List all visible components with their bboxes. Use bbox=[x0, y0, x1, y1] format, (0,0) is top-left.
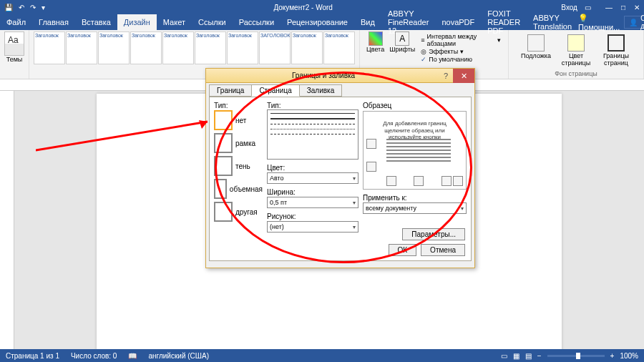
menu-references[interactable]: Ссылки bbox=[192, 14, 233, 30]
dialog-close-button[interactable]: ✕ bbox=[453, 69, 474, 83]
tab-border[interactable]: Граница bbox=[209, 84, 252, 97]
color-combo[interactable]: Авто bbox=[267, 172, 358, 184]
maximize-icon[interactable]: □ bbox=[621, 4, 625, 11]
preview-bottom-btn[interactable] bbox=[366, 162, 376, 172]
page-bg-group-label: Фон страницы bbox=[513, 70, 639, 77]
dialog-titlebar[interactable]: Границы и заливка ? ✕ bbox=[206, 69, 474, 83]
menu-abbyy-tr[interactable]: ABBYY Translation bbox=[527, 14, 578, 30]
preview-extra2-btn[interactable] bbox=[453, 176, 463, 186]
effects-button[interactable]: ◎Эффекты ▾ bbox=[421, 48, 501, 55]
statusbar: Страница 1 из 1 Число слов: 0 📖 английск… bbox=[0, 349, 644, 362]
share-button[interactable]: 👤 Общий доступ bbox=[624, 16, 644, 29]
preview-left-btn[interactable] bbox=[386, 176, 396, 186]
menu-novapdf[interactable]: novaPDF bbox=[435, 14, 481, 30]
border-type-none[interactable]: нет bbox=[214, 109, 263, 131]
effects-icon: ◎ bbox=[421, 48, 426, 55]
art-label: Рисунок: bbox=[267, 212, 358, 220]
colors-icon bbox=[369, 31, 383, 46]
border-type-3d[interactable]: объемная bbox=[214, 178, 263, 200]
check-icon: ✓ bbox=[421, 56, 426, 63]
fonts-icon: A bbox=[395, 31, 409, 46]
style-label: Тип: bbox=[267, 102, 358, 109]
menu-file[interactable]: Файл bbox=[0, 14, 32, 30]
zoom-value[interactable]: 100% bbox=[620, 352, 638, 360]
page-color-icon bbox=[567, 34, 585, 52]
preview-hint: Для добавления границ щелкните образец и… bbox=[372, 120, 457, 141]
border-type-shadow[interactable]: тень bbox=[214, 155, 263, 177]
menu-view[interactable]: Вид bbox=[354, 14, 381, 30]
preview-box[interactable]: Для добавления границ щелкните образец и… bbox=[363, 111, 467, 190]
dialog-help-button[interactable]: ? bbox=[439, 69, 453, 83]
art-combo[interactable]: (нет) bbox=[267, 221, 358, 233]
page-color-button[interactable]: Цвет страницы bbox=[559, 34, 593, 67]
tab-shading[interactable]: Заливка bbox=[299, 84, 343, 97]
redo-icon[interactable]: ↷ bbox=[30, 4, 36, 11]
save-icon[interactable]: 💾 bbox=[4, 4, 13, 11]
menu-abbyy-fr[interactable]: ABBYY FineReader 12 bbox=[381, 14, 435, 30]
menu-design[interactable]: Дизайн bbox=[117, 14, 157, 30]
apply-label: Применить к: bbox=[363, 194, 467, 202]
ok-button[interactable]: ОК bbox=[389, 244, 417, 256]
view-web-icon[interactable]: ▤ bbox=[525, 352, 532, 360]
apply-combo[interactable]: всему документу bbox=[363, 202, 467, 214]
paragraph-spacing-button[interactable]: ≡Интервал между абзацами ▾ bbox=[421, 33, 501, 47]
preview-right-btn[interactable] bbox=[414, 176, 424, 186]
titlebar: 💾 ↶ ↷ ▾ Документ2 - Word Вход ▭ — □ ✕ bbox=[0, 0, 644, 14]
menu-review[interactable]: Рецензирование bbox=[280, 14, 354, 30]
set-default-button[interactable]: ✓По умолчанию bbox=[421, 56, 501, 63]
menu-insert[interactable]: Вставка bbox=[75, 14, 117, 30]
fonts-button[interactable]: A Шрифты bbox=[389, 31, 415, 64]
undo-icon[interactable]: ↶ bbox=[19, 4, 24, 11]
style-gallery[interactable]: Заголовок Заголовок Заголовок Заголовок … bbox=[34, 31, 355, 66]
close-icon[interactable]: ✕ bbox=[634, 4, 640, 11]
view-read-icon[interactable]: ▭ bbox=[501, 352, 507, 360]
color-label: Цвет: bbox=[267, 164, 358, 172]
line-style-list[interactable] bbox=[267, 109, 358, 160]
page-borders-button[interactable]: Границы страниц bbox=[599, 34, 633, 67]
colors-button[interactable]: Цвета bbox=[364, 31, 386, 64]
vertical-ruler[interactable] bbox=[0, 91, 14, 349]
page-borders-icon bbox=[608, 34, 625, 52]
cancel-button[interactable]: Отмена bbox=[421, 244, 465, 256]
tab-page[interactable]: Страница bbox=[251, 84, 299, 97]
help-link[interactable]: 💡 Помощни... bbox=[578, 14, 620, 31]
preview-extra1-btn[interactable] bbox=[441, 176, 452, 186]
watermark-icon bbox=[527, 34, 545, 52]
dialog-title-text: Границы и заливка bbox=[292, 72, 355, 79]
menu-mailings[interactable]: Рассылки bbox=[233, 14, 280, 30]
view-print-icon[interactable]: ▦ bbox=[513, 352, 519, 360]
preview-top-btn[interactable] bbox=[366, 139, 376, 149]
minimize-icon[interactable]: — bbox=[605, 4, 613, 11]
zoom-in-icon[interactable]: + bbox=[610, 352, 615, 360]
login-link[interactable]: Вход bbox=[561, 4, 577, 11]
menubar: Файл Главная Вставка Дизайн Макет Ссылки… bbox=[0, 14, 644, 30]
status-words[interactable]: Число слов: 0 bbox=[71, 352, 117, 360]
width-label: Ширина: bbox=[267, 188, 358, 196]
zoom-out-icon[interactable]: − bbox=[537, 352, 542, 360]
width-combo[interactable]: 0,5 пт bbox=[267, 197, 358, 208]
app-title: Документ2 - Word bbox=[45, 4, 561, 11]
preview-label: Образец bbox=[363, 102, 467, 109]
themes-label: Темы bbox=[4, 56, 24, 63]
person-icon: 👤 bbox=[629, 19, 638, 26]
menu-layout[interactable]: Макет bbox=[157, 14, 192, 30]
menu-foxit[interactable]: FOXIT READER PDF bbox=[481, 14, 527, 30]
ribbon-options-icon[interactable]: ▭ bbox=[585, 4, 591, 11]
status-page[interactable]: Страница 1 из 1 bbox=[6, 352, 59, 360]
border-type-custom[interactable]: другая bbox=[214, 201, 263, 222]
type-section-label: Тип: bbox=[214, 102, 263, 109]
menu-home[interactable]: Главная bbox=[32, 14, 75, 30]
watermark-button[interactable]: Подложка bbox=[519, 34, 553, 67]
spacing-icon: ≡ bbox=[421, 36, 424, 44]
themes-button[interactable] bbox=[4, 31, 24, 56]
borders-shading-dialog: Границы и заливка ? ✕ Граница Страница З… bbox=[205, 68, 475, 268]
params-button[interactable]: Параметры... bbox=[402, 228, 465, 240]
status-lang[interactable]: английский (США) bbox=[148, 352, 209, 360]
preview-content bbox=[386, 139, 451, 164]
border-type-box[interactable]: рамка bbox=[214, 132, 263, 154]
status-proofing-icon[interactable]: 📖 bbox=[128, 352, 137, 360]
zoom-slider[interactable] bbox=[547, 355, 605, 357]
